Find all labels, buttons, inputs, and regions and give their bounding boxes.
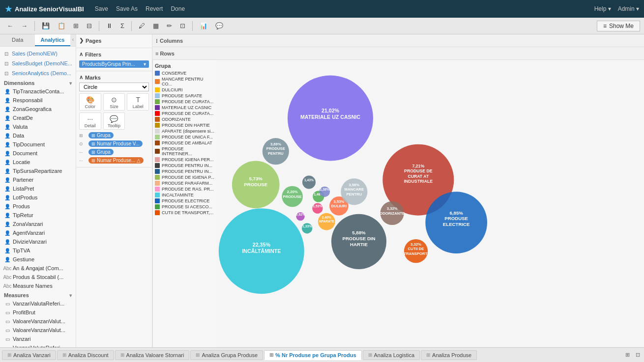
dim-data[interactable]: 👤 Data: [0, 131, 76, 140]
dim-icon-20: 👤: [4, 256, 11, 263]
dim-locatie[interactable]: 👤 Locatie: [0, 158, 76, 167]
chart-button[interactable]: 📊: [197, 21, 210, 31]
duplicate-button[interactable]: ⊞: [70, 21, 82, 31]
dim-icon-16: 👤: [4, 221, 11, 227]
undo-button[interactable]: ←: [4, 21, 16, 31]
bottom-tab-4[interactable]: ⊞% Nr Produse pe Grupa Produs: [264, 350, 361, 360]
marks-detail[interactable]: ··· Detail: [79, 112, 101, 130]
dim-icon-11: 👤: [4, 176, 11, 183]
dim-tipsursa[interactable]: 👤 TipSursaRepartizare: [0, 167, 76, 175]
pages-title: ❯ Pages: [79, 36, 149, 46]
dim-creatde[interactable]: 👤 CreatDe: [0, 113, 76, 122]
legend-item: PRODUSE DE CURATA...: [155, 99, 214, 104]
meas-icon-2: ▭: [4, 309, 11, 316]
legend-item-label: PRODUSE DIN HARTIE: [162, 123, 210, 128]
rows-shelf: ≡ Rows: [152, 47, 644, 60]
marks-tooltip[interactable]: 💬 Tooltip: [103, 112, 125, 130]
redo-button[interactable]: →: [18, 21, 30, 31]
dim-document[interactable]: 👤 Document: [0, 149, 76, 158]
swap-button[interactable]: ⊟: [84, 21, 95, 31]
measures-arrow[interactable]: ▾: [69, 293, 72, 298]
bottom-tab-1[interactable]: ⊞Analiza Discount: [57, 350, 114, 360]
bottom-tab-0[interactable]: ⊞Analiza Vanzari: [2, 350, 56, 360]
box-button[interactable]: ⊡: [177, 21, 188, 31]
tab-icon-3: ⊞: [196, 352, 200, 358]
bottom-tab-3[interactable]: ⊞Analiza Grupa Produse: [190, 350, 263, 360]
tooltip-button[interactable]: 💬: [212, 21, 226, 31]
filters-section: ∧ Filters ProductsByGrupa Prin... ▾: [76, 48, 152, 71]
save-toolbar-button[interactable]: 💾: [39, 21, 53, 31]
dim-tiptva[interactable]: 👤 TipTVA: [0, 246, 76, 255]
marks-color[interactable]: 🎨 Color: [79, 93, 101, 111]
dim-responsabil[interactable]: 👤 Responsabil: [0, 96, 76, 105]
line-button[interactable]: ✏: [164, 21, 175, 31]
dim-tiptranzactie[interactable]: 👤 TipTranzactieConta...: [0, 87, 76, 96]
meas-vanzari[interactable]: ▭ Vanzari: [0, 334, 76, 343]
save-as-button[interactable]: Save As: [116, 5, 138, 12]
done-button[interactable]: Done: [171, 5, 185, 12]
dim-zonageo[interactable]: 👤 ZonaGeografica: [0, 105, 76, 113]
run-button[interactable]: Σ: [117, 21, 127, 31]
dim-icon-15: 👤: [4, 212, 11, 219]
filter-tag-products[interactable]: ProductsByGrupa Prin... ▾: [79, 60, 149, 68]
dim-gestiune[interactable]: 👤 Gestiune: [0, 255, 76, 264]
dim-an-angajat[interactable]: Abc An & Angajat (Com...: [0, 264, 76, 273]
tab-analytics[interactable]: Analytics: [35, 34, 70, 46]
format-button[interactable]: 🖊: [136, 21, 148, 31]
table-button[interactable]: ▦: [150, 21, 162, 31]
legend-color-swatch: [155, 135, 160, 139]
bottom-tab-2[interactable]: ⊞Analiza Valoare Stornari: [115, 350, 190, 360]
datasource-sales[interactable]: ⊡ Sales (DemoNEW): [0, 49, 76, 58]
dim-measure-names[interactable]: Abc Measure Names: [0, 281, 76, 290]
dim-zonavanzari[interactable]: 👤 ZonaVanzari: [0, 220, 76, 228]
bottom-tab-6[interactable]: ⊞Analiza Produse: [421, 350, 477, 360]
save-button[interactable]: Save: [95, 5, 108, 12]
dim-divizie[interactable]: 👤 DivizieVanzari: [0, 237, 76, 246]
marks-pill-grupa[interactable]: ⊞ Grupa: [88, 132, 114, 139]
datasource-analytics[interactable]: ⊡ SeniorAnalytics (Demo...: [0, 68, 76, 78]
dim-lotprodus[interactable]: 👤 LotProdus: [0, 193, 76, 202]
legend-item: PRODUSE SI ACESCO...: [155, 204, 214, 209]
tab-data[interactable]: Data: [0, 34, 35, 46]
marks-pill-numar-size[interactable]: ⊞ Numar Produse V...: [88, 140, 143, 147]
pause-button[interactable]: ⏸: [103, 21, 116, 31]
duplicate-sheet-icon[interactable]: ⊡: [634, 351, 642, 359]
dim-produs[interactable]: 👤 Produs: [0, 202, 76, 211]
legend-color-swatch: [155, 111, 160, 116]
admin-button[interactable]: Admin ▾: [618, 5, 639, 12]
tab-items: ⊞Analiza Vanzari⊞Analiza Discount⊞Analiz…: [2, 350, 477, 360]
dim-tipdoc[interactable]: 👤 TipDocument: [0, 140, 76, 149]
bottom-tab-5[interactable]: ⊞Analiza Logistica: [363, 350, 420, 360]
dimensions-arrow[interactable]: ▾: [69, 81, 72, 86]
legend-item: PRODUSE DE IGIENA P...: [155, 175, 214, 180]
marks-size[interactable]: ⊙ Size: [103, 93, 125, 111]
dim-produs-stocabil[interactable]: Abc Produs & Stocabil (...: [0, 273, 76, 281]
dim-tipretur[interactable]: 👤 TipRetur: [0, 211, 76, 220]
revert-button[interactable]: Revert: [146, 5, 163, 12]
datasource-budget[interactable]: ⊡ SalesBudget (DemoNE...: [0, 58, 76, 68]
help-button[interactable]: Help ▾: [594, 5, 611, 12]
marks-pill-grupa2[interactable]: ⊞ Grupa: [88, 149, 114, 155]
meas-valoare2[interactable]: ▭ ValoareVanzanValut...: [0, 326, 76, 334]
meas-vanzari-valuta[interactable]: ▭ VanzariValutaReferi...: [0, 299, 76, 308]
marks-label[interactable]: T Label: [127, 93, 149, 111]
dim-valuta[interactable]: 👤 Valuta: [0, 122, 76, 131]
dim-listapret[interactable]: 👤 ListaPret: [0, 184, 76, 193]
meas-profitbrut[interactable]: ▭ ProfitBrut: [0, 308, 76, 317]
legend-item: PRODUSE PENTRU IN...: [155, 169, 214, 174]
dim-partener[interactable]: 👤 Partener: [0, 175, 76, 184]
dim-icon-2: 👤: [4, 97, 11, 104]
dim-agentvanzari[interactable]: 👤 AgentVanzari: [0, 228, 76, 237]
new-sheet-icon[interactable]: ⊞: [623, 351, 632, 359]
left-panel-collapse[interactable]: ‹: [70, 34, 76, 46]
show-me-button[interactable]: ≡ Show Me: [597, 21, 640, 31]
meas-valoare1[interactable]: ▭ ValoareVanzanValut...: [0, 317, 76, 326]
dim-icon-8: 👤: [4, 150, 11, 157]
marks-icon-3: ···: [79, 150, 87, 155]
marks-type-select[interactable]: Circle: [79, 83, 149, 91]
marks-pill-numar2[interactable]: ⊞ Numar Produse... △: [88, 157, 144, 164]
meas-vanzari-valuta2[interactable]: ▭ VanzariValutaReferi...: [0, 343, 76, 347]
new-sheet-button[interactable]: 📋: [55, 21, 68, 31]
legend-item-label: INCALTAMINTE: [162, 193, 194, 197]
marks-type-dropdown[interactable]: Circle: [79, 83, 149, 91]
